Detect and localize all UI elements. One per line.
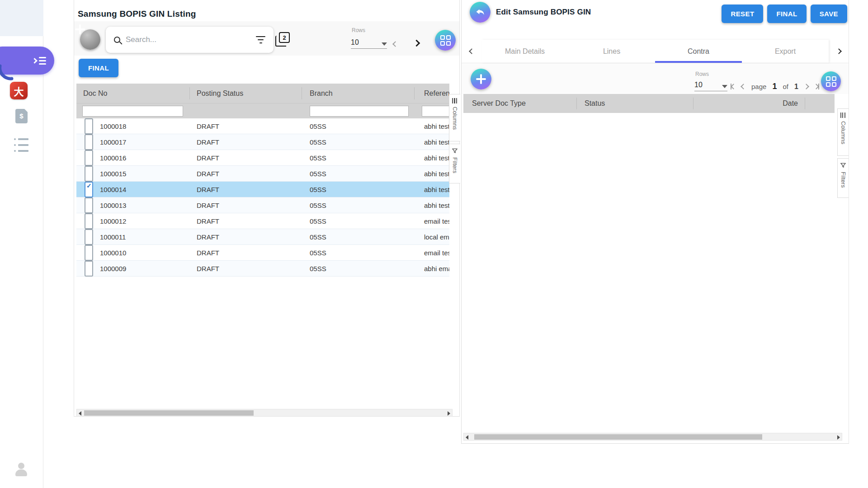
detail-tab[interactable]: Main Details (481, 40, 568, 63)
row-checkbox[interactable] (85, 229, 93, 245)
tabs-scroll-left[interactable] (462, 49, 481, 53)
row-checkbox[interactable] (85, 118, 93, 134)
table-row[interactable]: 1000015 DRAFT 05SS abhi test (76, 166, 449, 182)
scroll-left-arrow[interactable] (466, 435, 468, 440)
add-contra-button[interactable] (471, 69, 491, 89)
cell-doc-no: 1000013 (100, 197, 186, 213)
detail-tab[interactable]: Lines (568, 40, 655, 63)
user-avatar-icon[interactable] (14, 462, 29, 477)
first-page-button[interactable] (731, 84, 736, 89)
detail-tab[interactable]: Export (742, 40, 829, 63)
dual-view-icon[interactable]: 2 (275, 32, 290, 47)
table-row[interactable]: 1000012 DRAFT 05SS email tes (76, 213, 449, 229)
header-reference[interactable]: Reference (424, 84, 449, 103)
rows-label: Rows (352, 27, 365, 33)
filter-sort-icon[interactable] (256, 36, 265, 43)
list-menu-icon[interactable] (14, 138, 29, 152)
filters-tab-label: Filters (840, 172, 847, 188)
scroll-left-arrow[interactable] (79, 411, 81, 416)
tab-label: Contra (688, 47, 709, 56)
scrollbar-thumb[interactable] (84, 410, 254, 416)
header-branch[interactable]: Branch (310, 84, 411, 103)
cell-reference: abhi test (424, 197, 449, 213)
grid-view-button[interactable] (435, 30, 456, 51)
table-row[interactable]: 1000014 DRAFT 05SS abhi test (76, 182, 449, 197)
reset-button[interactable]: RESET (722, 5, 763, 23)
list-row (14, 150, 29, 152)
cell-reference: email tes (424, 245, 449, 261)
page-of-label: of (783, 83, 788, 90)
row-checkbox[interactable] (85, 150, 93, 166)
last-page-button[interactable] (814, 84, 819, 89)
prev-page-button[interactable] (741, 84, 746, 89)
columns-icon (452, 98, 458, 103)
rows-per-page-select[interactable]: 10 (351, 35, 387, 49)
table-row[interactable]: 1000011 DRAFT 05SS local ema (76, 229, 449, 245)
final-button[interactable]: FINAL (79, 59, 118, 77)
row-checkbox[interactable] (85, 197, 93, 213)
rows-label: Rows (695, 71, 709, 77)
plus-icon (471, 69, 491, 89)
grid-view-button[interactable] (821, 71, 841, 91)
cell-doc-no: 1000014 (100, 182, 186, 197)
filters-tab-label: Filters (452, 157, 458, 173)
row-checkbox[interactable] (85, 134, 93, 150)
filter-funnel-icon (840, 162, 846, 169)
add-record-button[interactable] (80, 29, 100, 50)
list-row (14, 138, 29, 140)
cell-reference: abhi test (424, 118, 449, 134)
scroll-right-arrow[interactable] (448, 411, 450, 416)
cell-posting-status: DRAFT (197, 213, 301, 229)
cell-branch: 05SS (310, 261, 414, 277)
save-button[interactable]: SAVE (811, 5, 847, 23)
header-posting-status[interactable]: Posting Status (197, 84, 298, 103)
filter-input-reference[interactable] (422, 106, 449, 117)
table-row[interactable]: 1000013 DRAFT 05SS abhi test (76, 197, 449, 213)
filter-input-branch[interactable] (310, 106, 409, 117)
header-server-doc-type[interactable]: Server Doc Type (472, 94, 574, 113)
header-status[interactable]: Status (585, 94, 686, 113)
detail-tab[interactable]: Contra (655, 40, 742, 63)
dropdown-caret-icon (722, 85, 727, 88)
cell-posting-status: DRAFT (197, 229, 301, 245)
search-input[interactable] (126, 35, 250, 44)
header-date[interactable]: Date (735, 94, 798, 113)
scroll-right-arrow[interactable] (837, 435, 840, 440)
final-button-detail[interactable]: FINAL (767, 5, 806, 23)
row-checkbox[interactable] (85, 166, 93, 182)
cell-reference: abhi test (424, 166, 449, 182)
cell-posting-status: DRAFT (197, 261, 301, 277)
cell-posting-status: DRAFT (197, 197, 301, 213)
back-button[interactable] (470, 2, 491, 23)
table-row[interactable]: 1000017 DRAFT 05SS abhi test (76, 134, 449, 150)
sidebar-logo-area[interactable] (0, 0, 43, 36)
row-checkbox[interactable] (85, 213, 93, 229)
cell-branch: 05SS (310, 118, 414, 134)
filters-side-tab[interactable]: Filters (449, 144, 460, 183)
table-row[interactable]: 1000010 DRAFT 05SS email tes (76, 245, 449, 261)
detail-action-buttons: RESET FINAL SAVE (722, 5, 847, 23)
row-checkbox[interactable] (85, 245, 93, 261)
detail-panel: Edit Samsung BOPIS GIN RESET FINAL SAVE … (461, 0, 849, 444)
filter-input-doc-no[interactable] (82, 106, 183, 117)
cell-branch: 05SS (310, 150, 414, 166)
row-checkbox[interactable] (85, 182, 93, 197)
next-page-button[interactable] (803, 84, 809, 89)
filters-side-tab[interactable]: Filters (837, 158, 849, 198)
row-checkbox[interactable] (85, 261, 93, 277)
table-row[interactable]: 1000018 DRAFT 05SS abhi test (76, 118, 449, 134)
columns-tab-label: Columns (840, 121, 847, 144)
list-row (14, 144, 29, 146)
red-app-icon[interactable]: 大 (10, 82, 28, 99)
rows-per-page-select[interactable]: 10 (694, 79, 727, 91)
columns-side-tab[interactable]: Columns (449, 94, 460, 141)
scrollbar-thumb[interactable] (474, 434, 762, 440)
columns-side-tab[interactable]: Columns (837, 108, 849, 156)
header-doc-no[interactable]: Doc No (83, 84, 187, 103)
listing-horizontal-scrollbar (76, 409, 453, 417)
table-row[interactable]: 1000016 DRAFT 05SS abhi test (76, 150, 449, 166)
invoice-doc-icon[interactable]: $ (15, 109, 28, 123)
tabs-scroll-right[interactable] (829, 49, 849, 53)
page-current: 1 (772, 82, 777, 91)
table-row[interactable]: 1000009 DRAFT 05SS abhi ema (76, 261, 449, 277)
